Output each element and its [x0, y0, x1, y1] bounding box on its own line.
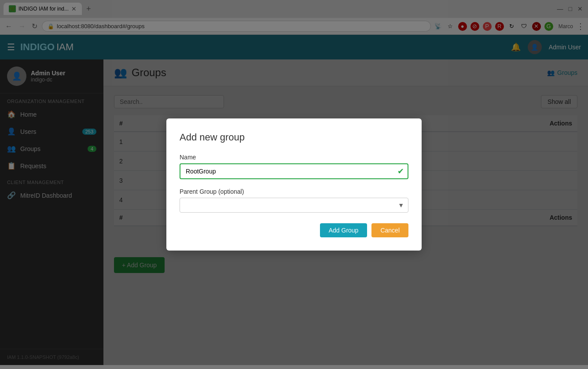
modal-title: Add new group — [180, 132, 408, 143]
modal-name-check-icon: ✔ — [397, 166, 404, 176]
modal-parent-select-wrapper: ▼ — [180, 198, 408, 213]
modal-parent-label: Parent Group (optional) — [180, 188, 408, 195]
modal-name-input[interactable] — [180, 163, 408, 179]
modal-overlay: Add new group Name ✔ Parent Group (optio… — [0, 0, 588, 365]
modal-parent-field: Parent Group (optional) ▼ — [180, 188, 408, 213]
modal-name-input-wrapper: ✔ — [180, 163, 408, 179]
modal-parent-select[interactable] — [180, 198, 408, 213]
modal-cancel-button[interactable]: Cancel — [371, 223, 408, 237]
add-group-modal: Add new group Name ✔ Parent Group (optio… — [166, 118, 422, 251]
modal-name-label: Name — [180, 154, 408, 161]
modal-add-group-button[interactable]: Add Group — [320, 223, 368, 237]
modal-name-field: Name ✔ — [180, 154, 408, 179]
modal-footer: Add Group Cancel — [180, 223, 408, 237]
